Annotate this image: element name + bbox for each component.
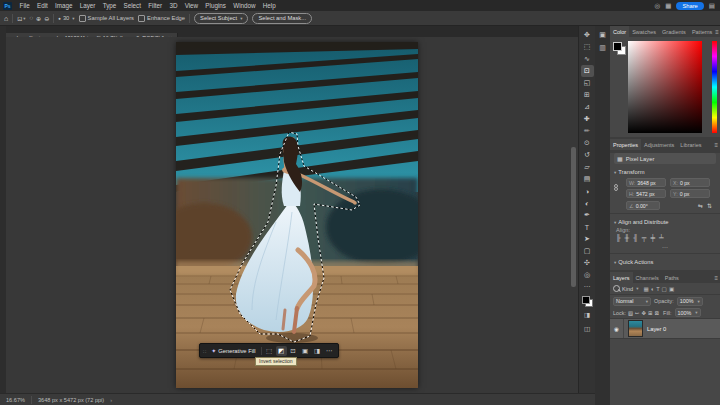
crop-tool[interactable]: ◱ [581, 77, 594, 89]
menu-item[interactable]: File [16, 2, 33, 9]
shape-tool[interactable]: ▢ [581, 245, 594, 257]
brush-tool[interactable]: ✏ [581, 125, 594, 137]
align-section-header[interactable]: ▾ Align and Distribute [610, 216, 720, 227]
screen-mode-button[interactable]: ◫ [581, 323, 594, 335]
menu-item[interactable]: Type [99, 2, 120, 9]
edit-toolbar-icon[interactable]: ⋯ [581, 281, 594, 293]
spot-healing-brush-tool[interactable]: ✚ [581, 113, 594, 125]
move-tool[interactable]: ✥ [581, 29, 594, 41]
type-tool[interactable]: T [581, 221, 594, 233]
menu-item[interactable]: Image [51, 2, 76, 9]
canvas-area[interactable] [0, 37, 578, 393]
color-swatches-mini[interactable] [613, 42, 625, 54]
flip-horizontal-icon[interactable]: ⇆ [698, 202, 703, 209]
hue-slider[interactable] [712, 41, 717, 133]
blend-mode-dropdown[interactable]: Normal ▾ [613, 297, 651, 306]
tab-properties[interactable]: Properties [610, 139, 641, 150]
tab-patterns[interactable]: Patterns [689, 26, 715, 37]
select-and-mask-button[interactable]: Select and Mask... [252, 13, 312, 24]
invert-selection-icon[interactable]: ◩ [276, 346, 287, 356]
layer-row[interactable]: ◉ Layer 0 [610, 318, 720, 339]
filter-pixel-icon[interactable]: ▦ [642, 286, 649, 292]
clone-stamp-tool[interactable]: ⊙ [581, 137, 594, 149]
tab-gradients[interactable]: Gradients [659, 26, 689, 37]
align-left-icon[interactable]: ╟ [616, 234, 621, 241]
menu-item[interactable]: Plugins [202, 2, 230, 9]
link-dimensions-icon[interactable] [614, 184, 618, 193]
workspace-icon[interactable]: ▤ [709, 2, 715, 10]
opacity-dropdown[interactable]: 100% ▾ [677, 297, 703, 306]
lock-paint-icon[interactable]: ✏ [635, 310, 640, 316]
blur-tool[interactable]: ◑ [581, 185, 594, 197]
menu-item[interactable]: Layer [76, 2, 99, 9]
tool-preset-picker[interactable]: ⊡ ▾ [17, 15, 25, 22]
foreground-color-swatch[interactable] [613, 42, 622, 51]
more-options-button[interactable]: ··· [610, 243, 720, 251]
align-top-icon[interactable]: ╤ [642, 234, 647, 241]
lasso-tool[interactable]: ∿ [581, 53, 594, 65]
history-brush-tool[interactable]: ↺ [581, 149, 594, 161]
share-button[interactable]: Share [676, 2, 703, 10]
transform-selection-icon[interactable]: ⊡ [288, 346, 299, 356]
foreground-color-swatch[interactable] [582, 296, 590, 304]
lock-transparency-icon[interactable]: ▨ [628, 310, 633, 316]
add-to-selection-icon[interactable]: ⊕ [36, 15, 41, 22]
zoom-level-field[interactable]: 16.67% [6, 397, 25, 403]
enhance-edge-checkbox[interactable]: Enhance Edge [138, 15, 185, 22]
tab-layers[interactable]: Layers [610, 272, 633, 283]
color-swatches[interactable] [582, 296, 593, 307]
quick-actions-header[interactable]: ▾ Quick Actions [610, 256, 720, 267]
status-chevron-icon[interactable]: › [110, 397, 112, 403]
gradient-tool[interactable]: ▤ [581, 173, 594, 185]
filter-smart-object-icon[interactable]: ▣ [668, 286, 675, 292]
filter-shape-icon[interactable]: ▢ [661, 286, 668, 292]
arrange-documents-icon[interactable]: ▦ [665, 2, 671, 10]
hand-tool[interactable]: ✣ [581, 257, 594, 269]
frame-tool[interactable]: ⊞ [581, 89, 594, 101]
taskbar-grip[interactable]: ∷ [203, 348, 206, 354]
align-center-v-icon[interactable]: ╪ [650, 234, 655, 241]
layer-thumbnail[interactable] [628, 320, 643, 337]
menu-item[interactable]: 3D [166, 2, 181, 9]
dodge-tool[interactable]: ◐ [581, 197, 594, 209]
search-icon[interactable]: ◎ [655, 2, 661, 10]
new-selection-icon[interactable]: ◌ [30, 15, 34, 22]
panel-menu-icon[interactable]: ≡ [715, 26, 720, 37]
tab-adjustments[interactable]: Adjustments [641, 139, 677, 150]
mask-icon[interactable]: ◨ [312, 346, 323, 356]
scrollbar-thumb[interactable] [571, 147, 576, 287]
tab-swatches[interactable]: Swatches [629, 26, 659, 37]
lock-all-icon[interactable]: ⊠ [655, 310, 660, 316]
sample-all-layers-checkbox[interactable]: Sample All Layers [79, 15, 134, 22]
collapsed-history-panel-icon[interactable]: ▣ [599, 31, 606, 39]
panel-menu-icon[interactable]: ≡ [714, 139, 720, 150]
x-field[interactable]: X: 0 px [670, 178, 710, 187]
menu-item[interactable]: Help [259, 2, 279, 9]
y-field[interactable]: Y: 0 px [670, 189, 710, 198]
saturation-brightness-field[interactable] [628, 41, 702, 133]
filter-kind-dropdown[interactable]: Kind [622, 286, 633, 292]
path-selection-tool[interactable]: ➤ [581, 233, 594, 245]
pen-tool[interactable]: ✒ [581, 209, 594, 221]
zoom-tool[interactable]: ◎ [581, 269, 594, 281]
eyedropper-tool[interactable]: ⊿ [581, 101, 594, 113]
home-icon[interactable]: ⌂ [4, 15, 8, 22]
panel-menu-icon[interactable]: ≡ [714, 272, 720, 283]
photo-document[interactable] [176, 42, 418, 388]
align-center-h-icon[interactable]: ╫ [625, 234, 630, 241]
lock-artboard-icon[interactable]: ⊞ [648, 310, 653, 316]
align-bottom-icon[interactable]: ╧ [659, 234, 664, 241]
width-field[interactable]: W: 3648 px [626, 178, 666, 187]
transform-section-header[interactable]: ▾ Transform [610, 166, 720, 177]
tab-libraries[interactable]: Libraries [677, 139, 704, 150]
layer-visibility-toggle[interactable]: ◉ [610, 319, 624, 338]
layer-name[interactable]: Layer 0 [647, 326, 666, 332]
menu-item[interactable]: Window [230, 2, 260, 9]
brush-size-picker[interactable]: ● 30 ▾ [58, 15, 74, 21]
fill-selection-icon[interactable]: ▣ [300, 346, 311, 356]
select-subject-button[interactable]: Select Subject ▾ [194, 13, 248, 24]
object-selection-tool[interactable]: ⊡ [581, 65, 594, 77]
angle-field[interactable]: ∠ 0.00° [626, 201, 660, 210]
menu-item[interactable]: Filter [145, 2, 166, 9]
height-field[interactable]: H: 5472 px [626, 189, 666, 198]
